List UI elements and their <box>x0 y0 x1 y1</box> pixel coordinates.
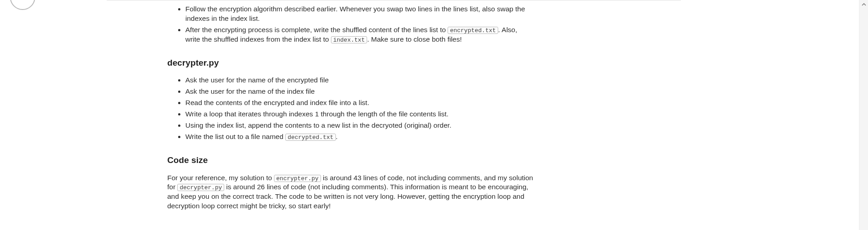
section-heading-decrypter: decrypter.py <box>167 57 533 69</box>
vertical-scrollbar[interactable] <box>859 0 868 230</box>
code-filename: encrypter.py <box>274 175 321 182</box>
list-item-text: Ask the user for the name of the encrypt… <box>185 76 329 84</box>
code-filename: encrypted.txt <box>448 27 498 34</box>
list-item: Ask the user for the name of the encrypt… <box>185 76 533 85</box>
list-item: Write the list out to a file named decry… <box>185 132 533 142</box>
list-item-text: Read the contents of the encrypted and i… <box>185 99 369 106</box>
scroll-up-button[interactable] <box>859 0 868 9</box>
list-item-text: Write a loop that iterates through index… <box>185 110 448 118</box>
list-item: Using the index list, append the content… <box>185 121 533 130</box>
page-root: Follow the encryption algorithm describe… <box>0 0 868 230</box>
paragraph-text: For your reference, my solution to <box>167 174 274 182</box>
avatar-fragment <box>10 0 35 10</box>
list-item-text: . <box>336 133 338 140</box>
section-heading-codesize: Code size <box>167 154 533 166</box>
list-item-text: Write the list out to a file named <box>185 133 285 140</box>
list-item-text: Follow the encryption algorithm describe… <box>185 5 525 22</box>
list-item: Follow the encryption algorithm describe… <box>185 5 533 24</box>
list-item: Write a loop that iterates through index… <box>185 110 533 119</box>
list-item: Ask the user for the name of the index f… <box>185 87 533 96</box>
list-item-text: . Make sure to close both files! <box>367 35 462 43</box>
encrypter-steps-tail: Follow the encryption algorithm describe… <box>167 5 533 44</box>
code-filename: decrypted.txt <box>285 134 335 141</box>
list-item-text: Using the index list, append the content… <box>185 121 451 129</box>
list-item: After the encrypting process is complete… <box>185 25 533 44</box>
list-item-text: Ask the user for the name of the index f… <box>185 87 315 95</box>
list-item: Read the contents of the encrypted and i… <box>185 98 533 108</box>
list-item-text: After the encrypting process is complete… <box>185 26 448 34</box>
toolbar-edge-fragment <box>107 0 681 0</box>
codesize-paragraph: For your reference, my solution to encry… <box>167 173 533 211</box>
decrypter-steps: Ask the user for the name of the encrypt… <box>167 76 533 142</box>
chevron-up-icon <box>862 2 866 7</box>
code-filename: decrypter.py <box>177 184 224 191</box>
code-filename: index.txt <box>331 36 367 43</box>
document-content: Follow the encryption algorithm describe… <box>167 0 533 220</box>
